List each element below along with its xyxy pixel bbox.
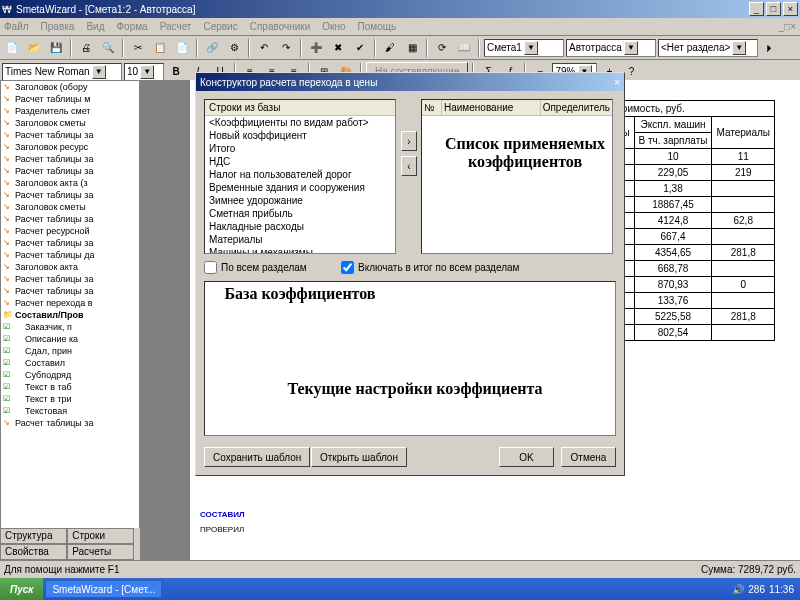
maximize-button[interactable]: □	[766, 2, 781, 16]
delete-icon[interactable]: ✖	[328, 38, 348, 58]
tree-item[interactable]: Расчет таблицы за	[1, 165, 139, 177]
fontsize-combo[interactable]: 10▼	[124, 63, 164, 81]
insert-icon[interactable]: ➕	[306, 38, 326, 58]
tree-folder[interactable]: Составил/Пров	[1, 309, 139, 321]
tab-calcs[interactable]: Расчеты	[67, 544, 134, 560]
tree-check-item[interactable]: Заказчик, п	[1, 321, 139, 333]
dialog-close-button[interactable]: ×	[614, 77, 620, 88]
all-sections-checkbox[interactable]	[204, 261, 217, 274]
list-item[interactable]: Накладные расходы	[205, 220, 395, 233]
list-item[interactable]: Сметная прибыль	[205, 207, 395, 220]
tree-check-item[interactable]: Сдал, прин	[1, 345, 139, 357]
tree-item[interactable]: Расчет таблицы за	[1, 417, 139, 429]
bold-icon[interactable]: B	[166, 62, 186, 82]
undo-icon[interactable]: ↶	[254, 38, 274, 58]
mdi-close-button[interactable]: ×	[790, 21, 796, 32]
coefficient-dialog: Конструктор расчета перехода в цены × Ст…	[195, 72, 625, 476]
menu-window[interactable]: Окно	[322, 21, 345, 32]
include-total-checkbox[interactable]	[341, 261, 354, 274]
list-item[interactable]: <Коэффициенты по видам работ>	[205, 116, 395, 129]
menu-file[interactable]: Файл	[4, 21, 29, 32]
menu-edit[interactable]: Правка	[41, 21, 75, 32]
refresh-icon[interactable]: ⟳	[432, 38, 452, 58]
tree-check-item[interactable]: Текст в три	[1, 393, 139, 405]
tree-item[interactable]: Расчет таблицы да	[1, 249, 139, 261]
list-item[interactable]: Машины и механизмы	[205, 246, 395, 254]
system-tray[interactable]: 🔊 286 11:36	[726, 584, 800, 595]
save-icon[interactable]: 💾	[46, 38, 66, 58]
tree-item[interactable]: Расчет таблицы за	[1, 237, 139, 249]
open-template-button[interactable]: Открыть шаблон	[311, 447, 407, 467]
ok-button[interactable]: OK	[499, 447, 554, 467]
list-item[interactable]: Новый коэффициент	[205, 129, 395, 142]
list-item[interactable]: Временные здания и сооружения	[205, 181, 395, 194]
object-combo[interactable]: Автотрасса▼	[566, 39, 656, 57]
tree-item[interactable]: Расчет перехода в	[1, 297, 139, 309]
base-listbox[interactable]: Строки из базы <Коэффициенты по видам ра…	[204, 99, 396, 254]
copy-icon[interactable]: 📋	[150, 38, 170, 58]
close-button[interactable]: ×	[783, 2, 798, 16]
list-item[interactable]: НДС	[205, 155, 395, 168]
list-item[interactable]: Налог на пользователей дорог	[205, 168, 395, 181]
tree-item[interactable]: Расчет таблицы за	[1, 213, 139, 225]
menu-view[interactable]: Вид	[86, 21, 104, 32]
menu-help[interactable]: Помощь	[358, 21, 397, 32]
tree-check-item[interactable]: Описание ка	[1, 333, 139, 345]
tree-item[interactable]: Расчет таблицы за	[1, 153, 139, 165]
tree-item[interactable]: Расчет таблицы за	[1, 285, 139, 297]
cancel-button[interactable]: Отмена	[561, 447, 616, 467]
minimize-button[interactable]: _	[749, 2, 764, 16]
tab-structure[interactable]: Структура	[0, 528, 67, 544]
tree-item[interactable]: Расчет таблицы за	[1, 273, 139, 285]
tree-item[interactable]: Заголовок сметы	[1, 117, 139, 129]
save-template-button[interactable]: Сохранить шаблон	[204, 447, 310, 467]
start-button[interactable]: Пуск	[0, 578, 43, 600]
redo-icon[interactable]: ↷	[276, 38, 296, 58]
paste-icon[interactable]: 📄	[172, 38, 192, 58]
menu-form[interactable]: Форма	[116, 21, 147, 32]
tree-item[interactable]: Разделитель смет	[1, 105, 139, 117]
tree-item[interactable]: Заголовок (обору	[1, 81, 139, 93]
tree-item[interactable]: Заголовок ресурс	[1, 141, 139, 153]
tree-item[interactable]: Заголовок акта (з	[1, 177, 139, 189]
check-icon[interactable]: ✔	[350, 38, 370, 58]
cut-icon[interactable]: ✂	[128, 38, 148, 58]
menu-service[interactable]: Сервис	[203, 21, 237, 32]
applied-listbox[interactable]: № Наименование Определитель	[421, 99, 613, 254]
list-item[interactable]: Материалы	[205, 233, 395, 246]
list-item[interactable]: Итого	[205, 142, 395, 155]
menu-refs[interactable]: Справочники	[250, 21, 311, 32]
open-icon[interactable]: 📂	[24, 38, 44, 58]
table-icon[interactable]: ▦	[402, 38, 422, 58]
go-icon[interactable]: ⏵	[760, 38, 780, 58]
link-icon[interactable]: 🔗	[202, 38, 222, 58]
tree-item[interactable]: Расчет таблицы м	[1, 93, 139, 105]
list-item[interactable]: Зимнее удорожание	[205, 194, 395, 207]
smeta-combo[interactable]: Смета1▼	[484, 39, 564, 57]
tree-item[interactable]: Заголовок сметы	[1, 201, 139, 213]
font-combo[interactable]: Times New Roman▼	[2, 63, 122, 81]
tree-check-item[interactable]: Текстовая	[1, 405, 139, 417]
task-item[interactable]: SmetaWizard - [Смет...	[45, 580, 162, 598]
preview-icon[interactable]: 🔍	[98, 38, 118, 58]
tree-item[interactable]: Расчет ресурсной	[1, 225, 139, 237]
tray-icon[interactable]: 🔊	[732, 584, 744, 595]
section-combo[interactable]: <Нет раздела>▼	[658, 39, 758, 57]
move-left-button[interactable]: ‹	[401, 156, 417, 176]
tree-check-item[interactable]: Текст в таб	[1, 381, 139, 393]
tool-icon[interactable]: ⚙	[224, 38, 244, 58]
tree-item[interactable]: Расчет таблицы за	[1, 189, 139, 201]
checked-label: ПРОВЕРИЛ	[200, 525, 244, 534]
brush-icon[interactable]: 🖌	[380, 38, 400, 58]
print-icon[interactable]: 🖨	[76, 38, 96, 58]
tree-item[interactable]: Расчет таблицы за	[1, 129, 139, 141]
new-icon[interactable]: 📄	[2, 38, 22, 58]
tree-check-item[interactable]: Составил	[1, 357, 139, 369]
book-icon[interactable]: 📖	[454, 38, 474, 58]
tab-props[interactable]: Свойства	[0, 544, 67, 560]
tree-item[interactable]: Заголовок акта	[1, 261, 139, 273]
tab-rows[interactable]: Строки	[67, 528, 134, 544]
move-right-button[interactable]: ›	[401, 131, 417, 151]
tree-check-item[interactable]: Субподряд	[1, 369, 139, 381]
menu-calc[interactable]: Расчет	[160, 21, 192, 32]
